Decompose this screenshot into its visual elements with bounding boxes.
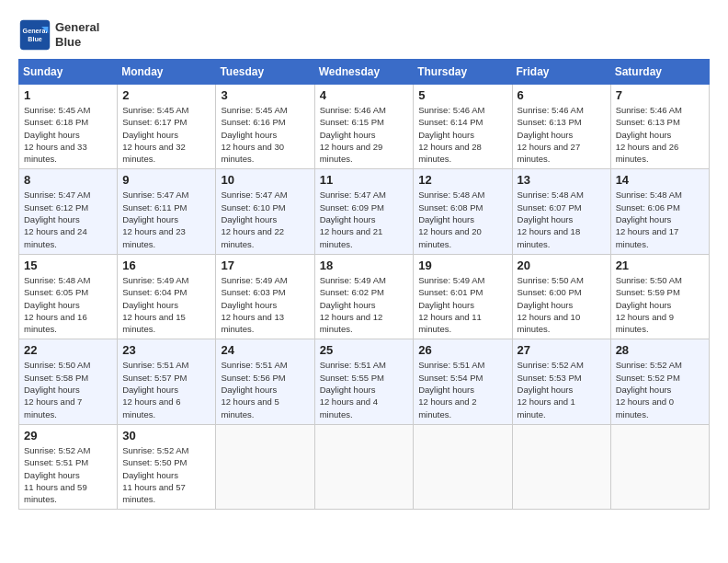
calendar-cell bbox=[314, 424, 414, 509]
calendar-cell: 14 Sunrise: 5:48 AM Sunset: 6:06 PM Dayl… bbox=[610, 169, 709, 254]
day-number: 20 bbox=[518, 259, 606, 272]
day-info: Sunrise: 5:47 AM Sunset: 6:11 PM Dayligh… bbox=[122, 189, 210, 249]
calendar-cell: 12 Sunrise: 5:48 AM Sunset: 6:08 PM Dayl… bbox=[414, 169, 512, 254]
calendar-cell: 8 Sunrise: 5:47 AM Sunset: 6:12 PM Dayli… bbox=[19, 169, 118, 254]
calendar-cell: 28 Sunrise: 5:52 AM Sunset: 5:52 PM Dayl… bbox=[610, 339, 709, 424]
day-info: Sunrise: 5:45 AM Sunset: 6:18 PM Dayligh… bbox=[24, 104, 112, 165]
day-info: Sunrise: 5:50 AM Sunset: 5:58 PM Dayligh… bbox=[24, 359, 112, 419]
weekday-header-sunday: Sunday bbox=[19, 60, 118, 85]
calendar-cell: 6 Sunrise: 5:46 AM Sunset: 6:13 PM Dayli… bbox=[512, 85, 610, 169]
day-number: 21 bbox=[616, 259, 704, 272]
day-number: 3 bbox=[221, 88, 309, 102]
svg-text:Blue: Blue bbox=[28, 35, 42, 43]
calendar-cell: 26 Sunrise: 5:51 AM Sunset: 5:54 PM Dayl… bbox=[414, 339, 512, 424]
calendar-cell: 1 Sunrise: 5:45 AM Sunset: 6:18 PM Dayli… bbox=[19, 85, 118, 169]
day-number: 8 bbox=[24, 173, 112, 187]
weekday-header-row: SundayMondayTuesdayWednesdayThursdayFrid… bbox=[19, 60, 710, 85]
day-number: 24 bbox=[221, 343, 309, 357]
calendar-cell bbox=[414, 424, 512, 509]
weekday-header-wednesday: Wednesday bbox=[314, 60, 414, 85]
calendar-cell: 22 Sunrise: 5:50 AM Sunset: 5:58 PM Dayl… bbox=[19, 339, 118, 424]
weekday-header-thursday: Thursday bbox=[414, 60, 512, 85]
day-number: 14 bbox=[616, 173, 704, 187]
calendar-cell bbox=[216, 424, 314, 509]
calendar-cell: 2 Sunrise: 5:45 AM Sunset: 6:17 PM Dayli… bbox=[118, 85, 216, 169]
day-number: 12 bbox=[418, 173, 506, 187]
logo-subtext: Blue bbox=[55, 35, 99, 50]
day-info: Sunrise: 5:49 AM Sunset: 6:01 PM Dayligh… bbox=[418, 274, 506, 335]
calendar-cell: 3 Sunrise: 5:45 AM Sunset: 6:16 PM Dayli… bbox=[216, 85, 314, 169]
calendar-cell: 27 Sunrise: 5:52 AM Sunset: 5:53 PM Dayl… bbox=[512, 339, 610, 424]
page-header: General Blue General Blue bbox=[18, 18, 710, 52]
day-number: 29 bbox=[24, 429, 112, 442]
calendar-cell: 13 Sunrise: 5:48 AM Sunset: 6:07 PM Dayl… bbox=[512, 169, 610, 254]
day-info: Sunrise: 5:49 AM Sunset: 6:03 PM Dayligh… bbox=[221, 274, 309, 335]
weekday-header-friday: Friday bbox=[512, 60, 610, 85]
day-info: Sunrise: 5:47 AM Sunset: 6:10 PM Dayligh… bbox=[221, 189, 309, 249]
calendar-week-row: 1 Sunrise: 5:45 AM Sunset: 6:18 PM Dayli… bbox=[19, 85, 710, 169]
calendar-week-row: 8 Sunrise: 5:47 AM Sunset: 6:12 PM Dayli… bbox=[19, 169, 710, 254]
day-info: Sunrise: 5:51 AM Sunset: 5:57 PM Dayligh… bbox=[122, 359, 210, 419]
day-info: Sunrise: 5:47 AM Sunset: 6:09 PM Dayligh… bbox=[320, 189, 409, 249]
calendar-cell: 9 Sunrise: 5:47 AM Sunset: 6:11 PM Dayli… bbox=[118, 169, 216, 254]
calendar-cell: 4 Sunrise: 5:46 AM Sunset: 6:15 PM Dayli… bbox=[314, 85, 414, 169]
day-number: 27 bbox=[518, 343, 606, 357]
day-number: 13 bbox=[518, 173, 606, 187]
calendar-cell: 30 Sunrise: 5:52 AM Sunset: 5:50 PM Dayl… bbox=[118, 424, 216, 509]
logo: General Blue General Blue bbox=[18, 18, 99, 52]
calendar-cell: 10 Sunrise: 5:47 AM Sunset: 6:10 PM Dayl… bbox=[216, 169, 314, 254]
day-number: 22 bbox=[24, 343, 112, 357]
day-number: 19 bbox=[418, 259, 506, 272]
logo-icon: General Blue bbox=[18, 18, 51, 52]
day-number: 26 bbox=[418, 343, 506, 357]
calendar-cell: 17 Sunrise: 5:49 AM Sunset: 6:03 PM Dayl… bbox=[216, 254, 314, 339]
day-number: 5 bbox=[418, 88, 506, 102]
calendar-cell: 23 Sunrise: 5:51 AM Sunset: 5:57 PM Dayl… bbox=[118, 339, 216, 424]
day-info: Sunrise: 5:52 AM Sunset: 5:52 PM Dayligh… bbox=[616, 359, 704, 419]
calendar-cell: 5 Sunrise: 5:46 AM Sunset: 6:14 PM Dayli… bbox=[414, 85, 512, 169]
day-number: 10 bbox=[221, 173, 309, 187]
calendar-cell: 21 Sunrise: 5:50 AM Sunset: 5:59 PM Dayl… bbox=[610, 254, 709, 339]
day-info: Sunrise: 5:51 AM Sunset: 5:54 PM Dayligh… bbox=[418, 359, 506, 419]
day-info: Sunrise: 5:46 AM Sunset: 6:13 PM Dayligh… bbox=[616, 104, 704, 165]
day-number: 9 bbox=[122, 173, 210, 187]
day-number: 7 bbox=[616, 88, 704, 102]
calendar-week-row: 22 Sunrise: 5:50 AM Sunset: 5:58 PM Dayl… bbox=[19, 339, 710, 424]
day-number: 17 bbox=[221, 259, 309, 272]
day-info: Sunrise: 5:49 AM Sunset: 6:04 PM Dayligh… bbox=[122, 274, 210, 335]
calendar-cell: 29 Sunrise: 5:52 AM Sunset: 5:51 PM Dayl… bbox=[19, 424, 118, 509]
calendar-week-row: 15 Sunrise: 5:48 AM Sunset: 6:05 PM Dayl… bbox=[19, 254, 710, 339]
day-info: Sunrise: 5:47 AM Sunset: 6:12 PM Dayligh… bbox=[24, 189, 112, 249]
day-number: 18 bbox=[320, 259, 409, 272]
day-number: 25 bbox=[320, 343, 409, 357]
weekday-header-saturday: Saturday bbox=[610, 60, 709, 85]
day-info: Sunrise: 5:46 AM Sunset: 6:15 PM Dayligh… bbox=[320, 104, 409, 165]
day-info: Sunrise: 5:50 AM Sunset: 6:00 PM Dayligh… bbox=[518, 274, 606, 335]
day-number: 30 bbox=[122, 429, 210, 442]
calendar-cell: 20 Sunrise: 5:50 AM Sunset: 6:00 PM Dayl… bbox=[512, 254, 610, 339]
calendar-cell: 19 Sunrise: 5:49 AM Sunset: 6:01 PM Dayl… bbox=[414, 254, 512, 339]
calendar-cell: 15 Sunrise: 5:48 AM Sunset: 6:05 PM Dayl… bbox=[19, 254, 118, 339]
day-info: Sunrise: 5:48 AM Sunset: 6:07 PM Dayligh… bbox=[518, 189, 606, 249]
day-info: Sunrise: 5:51 AM Sunset: 5:55 PM Dayligh… bbox=[320, 359, 409, 419]
calendar-cell: 16 Sunrise: 5:49 AM Sunset: 6:04 PM Dayl… bbox=[118, 254, 216, 339]
day-number: 23 bbox=[122, 343, 210, 357]
weekday-header-tuesday: Tuesday bbox=[216, 60, 314, 85]
day-info: Sunrise: 5:51 AM Sunset: 5:56 PM Dayligh… bbox=[221, 359, 309, 419]
calendar-cell bbox=[610, 424, 709, 509]
calendar-cell: 11 Sunrise: 5:47 AM Sunset: 6:09 PM Dayl… bbox=[314, 169, 414, 254]
day-info: Sunrise: 5:49 AM Sunset: 6:02 PM Dayligh… bbox=[320, 274, 409, 335]
calendar-cell: 7 Sunrise: 5:46 AM Sunset: 6:13 PM Dayli… bbox=[610, 85, 709, 169]
day-info: Sunrise: 5:52 AM Sunset: 5:50 PM Dayligh… bbox=[122, 444, 210, 505]
calendar-week-row: 29 Sunrise: 5:52 AM Sunset: 5:51 PM Dayl… bbox=[19, 424, 710, 509]
day-number: 15 bbox=[24, 259, 112, 272]
day-info: Sunrise: 5:46 AM Sunset: 6:14 PM Dayligh… bbox=[418, 104, 506, 165]
day-number: 28 bbox=[616, 343, 704, 357]
day-number: 6 bbox=[518, 88, 606, 102]
day-info: Sunrise: 5:52 AM Sunset: 5:51 PM Dayligh… bbox=[24, 444, 112, 505]
day-info: Sunrise: 5:48 AM Sunset: 6:06 PM Dayligh… bbox=[616, 189, 704, 249]
day-info: Sunrise: 5:45 AM Sunset: 6:16 PM Dayligh… bbox=[221, 104, 309, 165]
logo-text: General bbox=[55, 20, 99, 35]
day-info: Sunrise: 5:52 AM Sunset: 5:53 PM Dayligh… bbox=[518, 359, 606, 419]
day-info: Sunrise: 5:48 AM Sunset: 6:05 PM Dayligh… bbox=[24, 274, 112, 335]
